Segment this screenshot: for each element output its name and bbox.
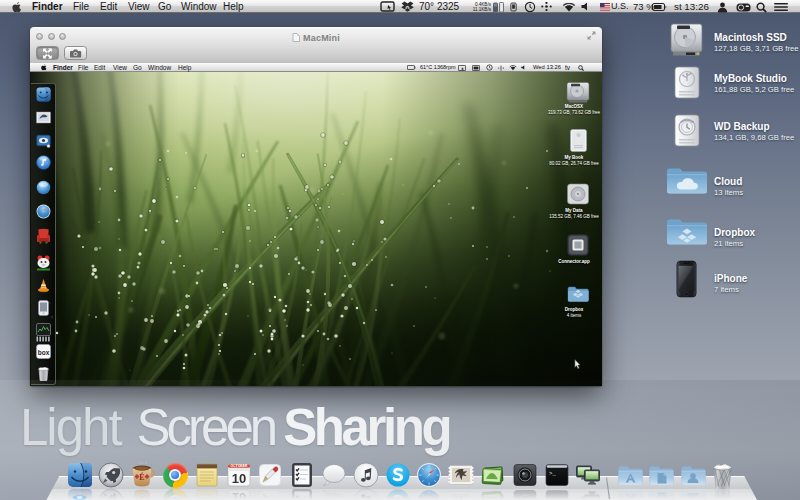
svg-text:box: box (38, 349, 50, 356)
svg-text:É: É (140, 472, 145, 482)
svg-text:>_: >_ (549, 470, 557, 477)
svg-text:OCTOBER: OCTOBER (230, 464, 247, 468)
svg-text:10: 10 (231, 471, 245, 486)
